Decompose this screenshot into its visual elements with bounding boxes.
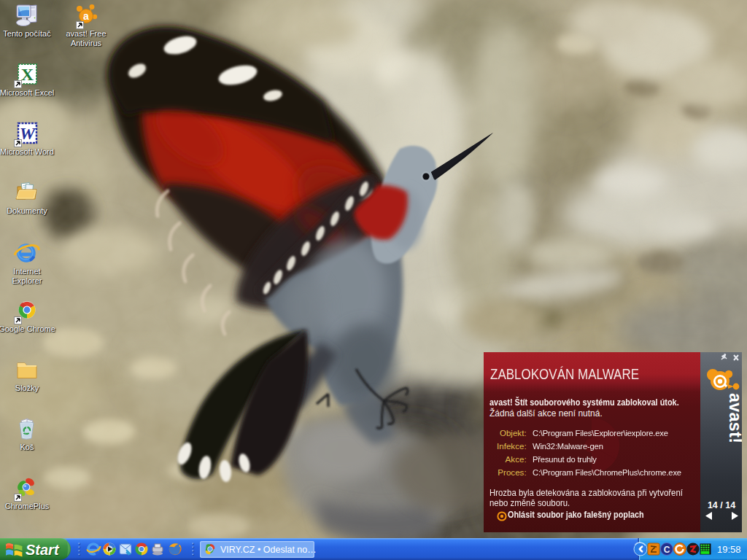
- svg-text:X: X: [21, 65, 34, 84]
- svg-text:a: a: [83, 10, 89, 22]
- svg-text:VIRY.CZ • Odeslat no…: VIRY.CZ • Odeslat no…: [220, 545, 317, 555]
- svg-text:C: C: [664, 545, 670, 555]
- svg-text:Start: Start: [26, 542, 60, 558]
- svg-text:W: W: [20, 124, 36, 143]
- svg-text:19:58: 19:58: [717, 544, 741, 555]
- svg-text:14 / 14: 14 / 14: [708, 500, 735, 510]
- svg-text:avast!: avast!: [726, 393, 742, 443]
